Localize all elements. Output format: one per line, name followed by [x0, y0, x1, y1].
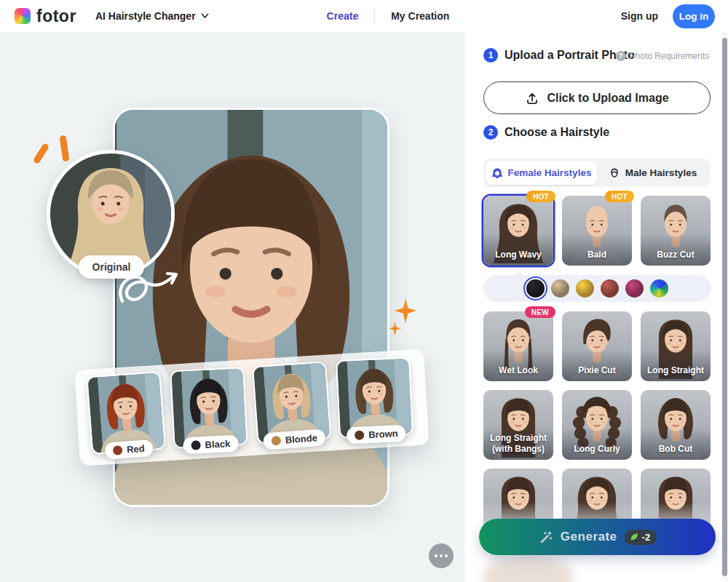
hot-badge: HOT [605, 191, 634, 202]
question-mark-icon: ? [616, 51, 626, 61]
hairstyle-card-wet-look[interactable]: NEWWet Look [483, 311, 553, 381]
hairstyle-label: Long Curly [562, 444, 632, 455]
hairstyle-gender-tabs: Female Hairstyles Male Hairstyles [483, 159, 711, 187]
hairstyle-label: Long Straight [641, 365, 711, 376]
strip-card-label: Red [104, 439, 153, 460]
sparkle-icon [395, 298, 416, 323]
hairstyle-label: Wet Look [483, 365, 553, 376]
swatch-bar-notch [514, 271, 524, 276]
scrollbar-thumb[interactable] [722, 38, 727, 576]
hairstyle-card-long-wavy[interactable]: HOTLong Wavy [483, 196, 553, 266]
hair-color-swatch-2[interactable] [576, 279, 594, 298]
leaf-icon [629, 532, 639, 542]
settings-panel: 1 Upload a Portrait Photo ? Photo Requir… [464, 32, 728, 582]
hairstyle-label: Long Wavy [483, 250, 553, 260]
strip-card-label: Brown [347, 425, 406, 445]
nav-my-creation-link[interactable]: My Creation [391, 10, 449, 22]
hair-color-swatch-0[interactable] [526, 279, 545, 298]
navbar: fotor AI Hairstyle Changer Create My Cre… [0, 0, 728, 32]
nav-create-link[interactable]: Create [327, 10, 359, 22]
upload-image-button[interactable]: Click to Upload Image [483, 81, 711, 114]
hot-badge: HOT [526, 191, 555, 202]
strip-card-label: Blonde [263, 429, 325, 450]
hairstyle-card-long-straight[interactable]: Long Straight [641, 311, 711, 381]
hairstyle-label: Buzz Cut [641, 250, 711, 260]
credit-cost-value: -2 [642, 532, 651, 543]
hairstyle-card-buzz-cut[interactable]: Buzz Cut [641, 196, 711, 266]
color-dot-icon [355, 430, 365, 440]
hair-color-swatch-4[interactable] [625, 279, 644, 298]
hairstyle-card-bob-cut[interactable]: Bob Cut [641, 390, 711, 460]
log-in-button[interactable]: Log in [673, 4, 715, 28]
female-hairstyle-icon [491, 167, 503, 179]
hairstyle-card-long-straight-with-bangs[interactable]: Long Straight (with Bangs) [483, 390, 553, 460]
fotor-logo[interactable]: fotor [15, 7, 76, 26]
more-options-button[interactable] [429, 543, 454, 568]
tab-male-label: Male Hairstyles [625, 167, 697, 178]
chevron-down-icon [201, 13, 209, 19]
step-2-title: Choose a Hairstyle [505, 126, 609, 139]
tab-female-label: Female Hairstyles [508, 167, 592, 178]
tool-selector-label: AI Hairstyle Changer [95, 10, 196, 22]
hair-color-swatch-rainbow[interactable] [650, 279, 668, 298]
new-badge: NEW [525, 306, 555, 318]
color-dot-icon [191, 440, 201, 450]
upload-button-label: Click to Upload Image [547, 92, 668, 105]
hair-color-swatch-1[interactable] [551, 279, 569, 298]
hairstyle-label: Bob Cut [641, 444, 711, 455]
male-hairstyle-icon [609, 167, 620, 179]
photo-requirements-label: Photo Requirements [630, 51, 709, 61]
step-2-badge: 2 [483, 125, 498, 140]
hairstyle-card-bald[interactable]: HOTBald [562, 196, 632, 266]
upload-icon [525, 91, 539, 105]
strip-card-blonde: Blonde [252, 361, 331, 445]
hairstyle-card-pixie-cut[interactable]: Pixie Cut [562, 311, 632, 381]
step-1-header: 1 Upload a Portrait Photo [483, 48, 635, 63]
sign-up-link[interactable]: Sign up [621, 10, 658, 22]
step-2-header: 2 Choose a Hairstyle [483, 125, 609, 140]
strip-card-red: Red [86, 371, 166, 455]
tab-male-hairstyles[interactable]: Male Hairstyles [597, 161, 708, 185]
sparkle-icon [389, 322, 401, 335]
original-label: Original [79, 255, 144, 279]
panel-scrollbar[interactable] [721, 32, 728, 582]
color-dot-icon [113, 445, 123, 455]
fotor-logo-icon [15, 8, 31, 24]
tab-female-hairstyles[interactable]: Female Hairstyles [486, 161, 597, 185]
generate-label: Generate [561, 530, 617, 544]
strip-card-black: Black [170, 367, 248, 449]
nav-divider [374, 9, 375, 23]
hairstyle-card-long-curly[interactable]: Long Curly [562, 390, 632, 460]
hairstyle-grid: HOTLong Wavy HOTBald Buzz Cut [483, 196, 711, 570]
brand-name: fotor [36, 7, 76, 26]
step-1-badge: 1 [483, 48, 498, 63]
strip-card-label: Black [183, 435, 239, 455]
strip-card-brown: Brown [336, 356, 414, 439]
hair-color-swatch-bar [483, 275, 711, 302]
preview-canvas: Original Red Black [0, 32, 464, 582]
magic-wand-icon [538, 530, 553, 545]
accent-mark-icon [60, 135, 70, 162]
photo-requirements-link[interactable]: ? Photo Requirements [616, 51, 709, 61]
generate-button[interactable]: Generate -2 [479, 519, 716, 555]
hairstyle-label: Long Straight (with Bangs) [483, 433, 553, 455]
hairstyle-label: Bald [562, 250, 632, 260]
hair-color-swatch-3[interactable] [601, 279, 619, 298]
hairstyle-label: Pixie Cut [562, 365, 632, 376]
tool-selector-dropdown[interactable]: AI Hairstyle Changer [95, 10, 209, 22]
accent-mark-icon [33, 143, 50, 164]
color-dot-icon [271, 436, 281, 446]
credit-cost-badge: -2 [625, 530, 657, 545]
